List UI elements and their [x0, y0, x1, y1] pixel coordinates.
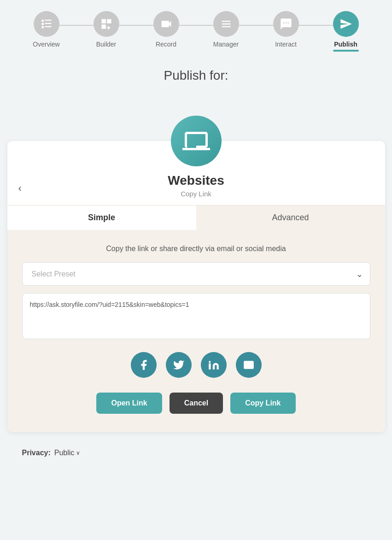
- step-publish[interactable]: Publish: [316, 11, 376, 52]
- privacy-bar: Privacy: Public ∨: [7, 440, 385, 466]
- step-builder[interactable]: Builder: [76, 11, 136, 48]
- builder-step-icon: [94, 11, 119, 37]
- copy-link-subtitle[interactable]: Copy Link: [7, 190, 385, 198]
- back-button[interactable]: ‹: [18, 182, 22, 194]
- action-buttons-row: Open Link Cancel Copy Link: [22, 393, 370, 414]
- active-underline: [333, 50, 359, 52]
- select-preset[interactable]: Select Preset: [22, 262, 370, 286]
- interact-step-icon: [273, 11, 299, 37]
- interact-icon: [280, 18, 293, 30]
- tab-simple[interactable]: Simple: [7, 205, 196, 230]
- record-icon: [160, 18, 173, 30]
- publish-target-icon: [171, 116, 222, 166]
- step-interact[interactable]: Interact: [256, 11, 316, 48]
- laptop-icon: [182, 127, 210, 155]
- twitter-share-button[interactable]: [166, 352, 192, 378]
- publish-step-icon: [333, 11, 359, 37]
- tab-content-simple: Copy the link or share directly via emai…: [7, 230, 385, 432]
- record-label: Record: [156, 41, 176, 48]
- linkedin-icon: [208, 359, 220, 371]
- overview-step-icon: [34, 11, 59, 37]
- privacy-value[interactable]: Public ∨: [54, 449, 81, 457]
- step-manager[interactable]: Manager: [196, 11, 256, 48]
- overview-icon: [40, 18, 53, 30]
- card-title: Websites: [7, 173, 385, 188]
- select-preset-wrapper: Select Preset ⌄: [22, 262, 370, 286]
- tabs-row: Simple Advanced: [7, 205, 385, 230]
- publish-label: Publish: [334, 41, 357, 48]
- record-step-icon: [153, 11, 179, 37]
- facebook-share-button[interactable]: [131, 352, 157, 378]
- page-title: Publish for:: [164, 68, 228, 83]
- privacy-label: Privacy:: [22, 449, 51, 457]
- copy-link-button[interactable]: Copy Link: [230, 393, 295, 414]
- email-share-button[interactable]: [236, 352, 262, 378]
- interact-label: Interact: [275, 41, 297, 48]
- builder-icon: [100, 18, 113, 30]
- open-link-button[interactable]: Open Link: [96, 393, 162, 414]
- facebook-icon: [138, 359, 150, 371]
- twitter-icon: [173, 359, 185, 371]
- manager-label: Manager: [213, 41, 239, 48]
- step-record[interactable]: Record: [136, 11, 196, 48]
- cancel-button[interactable]: Cancel: [170, 393, 223, 414]
- card-header: Websites Copy Link: [7, 173, 385, 205]
- main-card: ‹ Websites Copy Link Simple Advanced Cop…: [7, 141, 385, 432]
- steps-navigation: Overview Builder Record: [0, 0, 392, 57]
- social-share-row: [22, 352, 370, 378]
- linkedin-share-button[interactable]: [201, 352, 227, 378]
- step-overview[interactable]: Overview: [17, 11, 76, 48]
- overview-label: Overview: [33, 41, 59, 48]
- manager-step-icon: [213, 11, 239, 37]
- manager-icon: [220, 18, 233, 30]
- url-textarea[interactable]: [22, 293, 370, 339]
- email-icon: [243, 359, 255, 371]
- tab-advanced[interactable]: Advanced: [196, 205, 385, 230]
- share-description: Copy the link or share directly via emai…: [22, 245, 370, 253]
- builder-label: Builder: [96, 41, 117, 48]
- publish-icon: [339, 18, 352, 30]
